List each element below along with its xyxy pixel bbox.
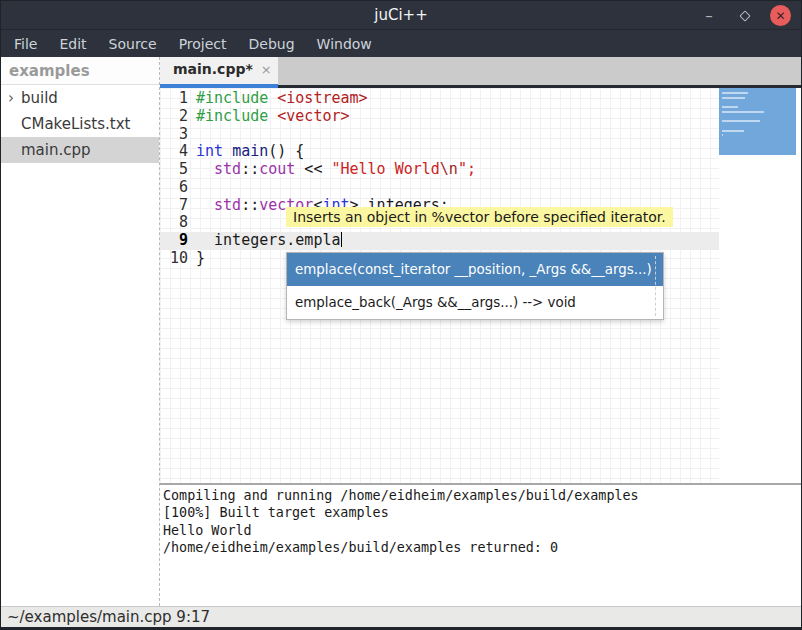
window-controls: – ✕ [698,1,791,30]
completion-item[interactable]: emplace_back(_Args &&__args...) --> void [287,286,663,319]
file-tree-panel: examples ›buildCMakeLists.txtmain.cpp [1,57,159,606]
minimap[interactable] [719,88,801,483]
text-caret [341,232,342,247]
minimap-line-mark [722,97,745,99]
token-pp: #include [196,107,268,125]
tree-item-build[interactable]: ›build [1,85,159,111]
line-number: 5 [160,161,188,179]
tab-main-cpp[interactable]: main.cpp* × [160,57,278,88]
code-line: 5 std::cout << "Hello World\n"; [160,161,801,179]
code-text [188,126,196,144]
line-number: 2 [160,108,188,126]
code-text [188,179,196,197]
token-inc: <iostream> [277,89,367,107]
menu-debug[interactable]: Debug [238,32,306,56]
terminal-line: Hello World [163,522,801,539]
line-number: 4 [160,143,188,161]
code-line: 4int main() { [160,143,801,161]
code-text: integers.empla [188,232,342,250]
statusbar: ~/examples/main.cpp 9:17 [1,606,801,629]
code-line: 2#include <vector> [160,108,801,126]
tree-item-label: main.cpp [21,141,91,159]
line-number: 6 [160,179,188,197]
line-number: 8 [160,214,188,232]
token-ns: std [214,196,241,214]
minimize-icon: – [705,7,713,25]
line-number: 7 [160,197,188,215]
minimap-line-mark [722,106,738,108]
terminal-line: /home/eidheim/examples/build/examples re… [163,539,801,556]
menubar: FileEditSourceProjectDebugWindow [1,30,801,57]
code-text: int main() { [188,143,304,161]
code-line: 9 integers.empla [160,232,801,250]
token-inc: <vector> [277,107,349,125]
project-name-header: examples [1,57,159,85]
code-text: #include <iostream> [188,90,368,108]
code-line: 3 [160,126,801,144]
close-icon: ✕ [775,9,785,23]
menu-window[interactable]: Window [306,32,383,56]
tab-close-icon[interactable]: × [253,62,272,77]
editor-pane: main.cpp* × 1#include <iostream>2#includ… [159,57,801,606]
code-text: std::cout << "Hello World\n"; [188,161,476,179]
code-line: 6 [160,179,801,197]
token-pl: integers.empla [196,231,341,249]
tree-item-label: CMakeLists.txt [21,115,130,133]
completion-scrollbar[interactable] [655,256,656,316]
minimap-line-mark [722,92,748,94]
window-title: juCi++ [374,6,427,24]
close-button[interactable]: ✕ [770,5,791,26]
menu-edit[interactable]: Edit [48,32,97,56]
expander-icon[interactable]: › [1,89,21,107]
status-file-position: ~/examples/main.cpp 9:17 [7,608,210,626]
minimap-line-mark [722,120,760,122]
minimize-button[interactable]: – [698,5,720,27]
line-number: 9 [160,232,188,250]
minimap-line-mark [722,111,764,113]
token-esc: \n [440,160,458,178]
line-number: 1 [160,90,188,108]
menu-source[interactable]: Source [98,32,168,56]
token-pl [268,107,277,125]
menu-file[interactable]: File [3,32,48,56]
token-pl: << [295,160,331,178]
completion-popup: emplace(const_iterator __position, _Args… [286,252,664,320]
restore-icon [739,10,750,21]
minimap-viewport[interactable] [719,88,796,155]
code-text: #include <vector> [188,108,350,126]
token-pl: () { [268,142,304,160]
token-fn: main [232,142,268,160]
minimap-line-mark [722,134,723,136]
terminal-output[interactable]: Compiling and running /home/eidheim/exam… [160,483,801,606]
token-str: "; [458,160,476,178]
code-line: 1#include <iostream> [160,90,801,108]
completion-item[interactable]: emplace(const_iterator __position, _Args… [287,253,663,286]
tree-item-main-cpp[interactable]: main.cpp [1,137,159,163]
juci-window: juCi++ – ✕ FileEditSourceProjectDebugWin… [0,0,802,630]
terminal-line: [100%] Built target examples [163,504,801,521]
code-text [188,214,196,232]
code-lines: 1#include <iostream>2#include <vector>34… [160,90,801,268]
code-text: } [188,250,205,268]
token-pl [223,142,232,160]
token-pl: :: [241,196,259,214]
line-number: 10 [160,250,188,268]
token-ns: cout [259,160,295,178]
token-pl [196,160,214,178]
menu-project[interactable]: Project [168,32,238,56]
minimap-line-mark [722,130,744,132]
tree-item-cmakelists-txt[interactable]: CMakeLists.txt [1,111,159,137]
token-ns: std [214,160,241,178]
token-pl: :: [241,160,259,178]
main-content: examples ›buildCMakeLists.txtmain.cpp ma… [1,57,801,606]
token-pp: #include [196,89,268,107]
token-pl: } [196,249,205,267]
doc-tooltip: Inserts an object in %vector before spec… [286,207,673,227]
file-tree: ›buildCMakeLists.txtmain.cpp [1,85,159,163]
code-editor[interactable]: 1#include <iostream>2#include <vector>34… [160,88,801,483]
token-pl [196,196,214,214]
titlebar[interactable]: juCi++ – ✕ [1,1,801,30]
restore-button[interactable] [734,5,756,27]
tabbar: main.cpp* × [160,57,801,88]
line-number: 3 [160,126,188,144]
